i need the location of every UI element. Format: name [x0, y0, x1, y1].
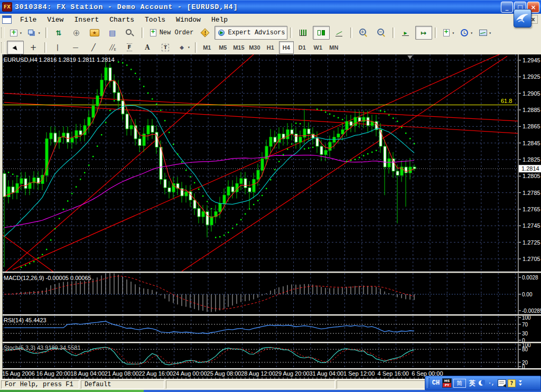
chart-window-icon[interactable] — [2, 15, 12, 24]
crosshair-button[interactable] — [25, 41, 42, 54]
punctuation-toggle[interactable]: ·, — [487, 378, 496, 388]
history-center-button[interactable] — [86, 26, 103, 40]
zoom-in-icon — [359, 29, 368, 38]
minimize-button[interactable]: _ — [501, 2, 513, 13]
new-order-button[interactable]: New Order — [146, 26, 196, 40]
language-bar-minimize-icon[interactable] — [517, 379, 524, 387]
language-bar: CH MS PY 简 英 ·, ? — [425, 376, 541, 390]
window-title: 3010384: FX Station - Demo Account - [EU… — [15, 3, 238, 11]
market-watch-button[interactable] — [50, 26, 67, 40]
menu-bar: FileViewInsertChartsToolsWindowHelp x — [0, 14, 541, 26]
svg-text:0: 0 — [522, 338, 525, 342]
line-chart-icon — [334, 29, 344, 38]
strategy-tester-button[interactable] — [122, 26, 139, 40]
dropdown-arrow-icon[interactable]: ▾ — [452, 31, 455, 35]
svg-text:15 Aug 2006: 15 Aug 2006 — [2, 370, 35, 377]
dropdown-arrow-icon[interactable]: ▾ — [470, 31, 473, 35]
dropdown-arrow-icon[interactable]: ▾ — [489, 31, 491, 35]
charset-toggle[interactable]: 简 — [453, 379, 466, 388]
language-bar-grip[interactable] — [427, 378, 430, 388]
svg-text:16 Aug 20:00: 16 Aug 20:00 — [36, 370, 71, 377]
menu-window[interactable]: Window — [171, 15, 206, 25]
expert-advisors-button[interactable]: Expert Advisors — [214, 26, 287, 40]
timeframe-d1[interactable]: D1 — [295, 41, 310, 54]
text-label-button[interactable] — [157, 41, 174, 54]
menu-help[interactable]: Help — [206, 15, 233, 25]
strategy-tester-icon — [126, 29, 135, 38]
menu-tools[interactable]: Tools — [139, 15, 171, 25]
timeframe-m1[interactable]: M1 — [200, 41, 214, 54]
line-chart-button[interactable] — [331, 26, 348, 40]
new-chart-button[interactable]: ▾ — [7, 26, 24, 40]
fibonacci-button[interactable] — [121, 41, 138, 54]
timeframe-m15[interactable]: M15 — [231, 41, 246, 54]
main-chart[interactable]: 1.29451.29251.29051.28851.28651.28451.28… — [0, 54, 541, 272]
toolbar-grip[interactable] — [1, 27, 5, 38]
app-icon: FX — [2, 2, 12, 12]
arrows-icon — [177, 43, 186, 52]
title-bar[interactable]: FX 3010384: FX Station - Demo Account - … — [0, 0, 541, 14]
chart-left-border — [0, 54, 3, 379]
profiles-icon — [27, 29, 37, 38]
svg-text:0.0028: 0.0028 — [522, 275, 538, 281]
dropdown-arrow-icon[interactable]: ▾ — [38, 31, 41, 35]
toolbar-separator — [350, 27, 352, 38]
timeframe-h1[interactable]: H1 — [263, 41, 278, 54]
new-chart-icon — [9, 29, 18, 38]
zoom-in-button[interactable] — [355, 26, 372, 40]
svg-text:24 Aug 00:00: 24 Aug 00:00 — [173, 370, 207, 377]
trendline-button[interactable] — [85, 41, 102, 54]
chart-window: 1.29451.29251.29051.28851.28651.28451.28… — [0, 54, 541, 379]
menu-insert[interactable]: Insert — [69, 15, 104, 25]
status-profile[interactable]: Default — [81, 380, 164, 389]
timeframe-h4[interactable]: H4 — [279, 41, 294, 54]
macd-panel[interactable]: 0.00280.00-0.00285 MACD(12,26,9) -0.0000… — [0, 273, 541, 314]
new-order-label: New Order — [160, 29, 194, 36]
horizontal-line-button[interactable] — [67, 41, 84, 54]
auto-scroll-button[interactable] — [397, 26, 414, 40]
channel-button[interactable] — [103, 41, 120, 54]
candlestick-chart-button[interactable] — [313, 26, 330, 40]
ime-icon[interactable]: MS PY — [442, 378, 452, 388]
macd-label: MACD(12,26,9) -0.00005 0.00065 — [4, 275, 91, 281]
zoom-out-button[interactable] — [373, 26, 390, 40]
dropdown-arrow-icon[interactable]: ▾ — [20, 31, 22, 35]
stochastic-panel[interactable]: 10080200 Stoch(5,3,3) 43.9189 34.5581 — [0, 343, 541, 368]
text-button[interactable] — [139, 41, 156, 54]
timeframe-w1[interactable]: W1 — [311, 41, 325, 54]
fullwidth-toggle-icon[interactable] — [479, 380, 485, 386]
language-indicator[interactable]: CH — [431, 378, 441, 388]
dropdown-arrow-icon[interactable]: ▾ — [188, 45, 190, 50]
bar-chart-button[interactable] — [295, 26, 312, 40]
menu-file[interactable]: File — [15, 15, 42, 25]
timeframe-m30[interactable]: M30 — [247, 41, 262, 54]
toolbar-grip[interactable] — [1, 42, 5, 53]
svg-text:1.2705: 1.2705 — [523, 256, 540, 262]
periods-button[interactable]: ▾ — [458, 26, 475, 40]
ime-help-icon[interactable]: ? — [508, 379, 516, 387]
timeframe-mn[interactable]: MN — [327, 41, 341, 54]
svg-text:70: 70 — [522, 322, 528, 328]
chart-shift-button[interactable] — [415, 26, 432, 40]
svg-text:1.2765: 1.2765 — [523, 206, 540, 212]
rsi-panel[interactable]: 10070300 RSI(14) 45.4423 — [0, 316, 541, 342]
templates-button[interactable]: ▾ — [476, 26, 493, 40]
menu-view[interactable]: View — [42, 15, 69, 25]
timeframe-m5[interactable]: M5 — [216, 41, 230, 54]
floating-app-icon[interactable] — [514, 9, 531, 27]
start-button-edge[interactable] — [0, 390, 144, 392]
navigator-button[interactable] — [68, 26, 85, 40]
terminal-button[interactable] — [104, 26, 121, 40]
svg-text:22 Aug 16:00: 22 Aug 16:00 — [138, 370, 173, 377]
indicators-button[interactable]: ▾ — [440, 26, 457, 40]
profiles-button[interactable]: ▾ — [25, 26, 43, 40]
arrows-button[interactable]: ▾ — [175, 41, 192, 54]
alert-button[interactable] — [197, 26, 213, 40]
vertical-line-button[interactable] — [49, 41, 66, 54]
cursor-button[interactable] — [7, 41, 24, 54]
menu-charts[interactable]: Charts — [104, 15, 139, 25]
writing-pad-icon[interactable] — [498, 379, 506, 387]
svg-text:4 Sep 16:00: 4 Sep 16:00 — [378, 370, 409, 377]
horizontal-line-icon — [71, 43, 80, 52]
chinese-english-toggle[interactable]: 英 — [468, 378, 477, 388]
